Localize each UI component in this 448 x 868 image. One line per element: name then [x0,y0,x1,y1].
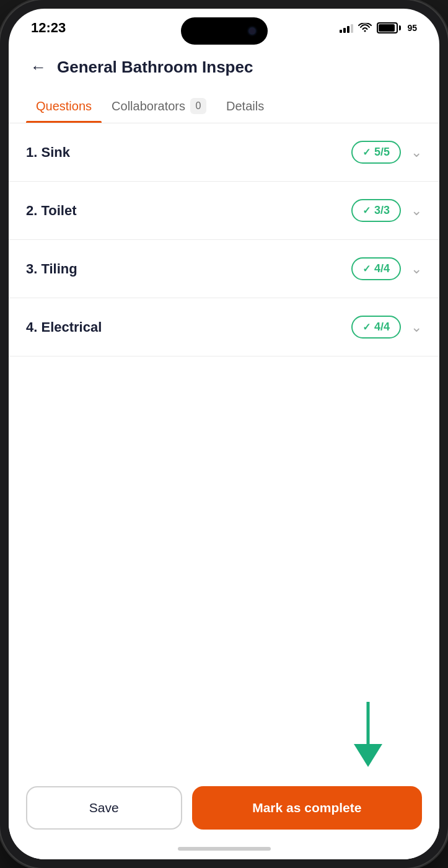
back-arrow-icon: ← [30,58,46,77]
status-time: 12:23 [31,20,66,36]
badge-score-4: 4/4 [374,321,390,334]
list-item[interactable]: 2. Toilet ✓ 3/3 ⌄ [9,182,439,240]
collaborators-badge: 0 [190,98,206,114]
camera-dot [249,28,255,34]
item-badge-3: ✓ 4/4 [351,257,401,280]
badge-score-3: 4/4 [374,262,390,275]
page-title: General Bathroom Inspec [57,58,253,77]
phone-frame: 12:23 [0,0,448,868]
badge-score-1: 5/5 [374,146,390,159]
check-icon-3: ✓ [362,263,371,275]
home-indicator [178,847,271,851]
signal-icon [340,23,353,33]
chevron-down-icon-4[interactable]: ⌄ [411,319,422,335]
status-icons: 95 [340,22,417,33]
item-title-3: 3. Tiling [26,261,351,277]
tabs: Questions Collaborators 0 Details [9,89,439,123]
back-button[interactable]: ← [26,55,51,79]
item-title-4: 4. Electrical [26,319,351,335]
list-item[interactable]: 4. Electrical ✓ 4/4 ⌄ [9,298,439,356]
item-badge-4: ✓ 4/4 [351,316,401,339]
badge-score-2: 3/3 [374,204,390,217]
list-item[interactable]: 3. Tiling ✓ 4/4 ⌄ [9,240,439,298]
chevron-down-icon-1[interactable]: ⌄ [411,144,422,161]
app-content: ← General Bathroom Inspec Questions Coll… [9,42,439,859]
tab-details[interactable]: Details [216,91,274,122]
screen: 12:23 [9,9,439,859]
check-icon-1: ✓ [362,146,371,158]
inspection-list: 1. Sink ✓ 5/5 ⌄ 2. Toilet ✓ 3/3 ⌄ [9,123,439,774]
mark-complete-button[interactable]: Mark as complete [192,786,422,830]
tab-collaborators[interactable]: Collaborators 0 [102,89,216,123]
item-title-2: 2. Toilet [26,203,351,219]
wifi-icon [358,23,372,33]
item-title-1: 1. Sink [26,144,351,161]
dynamic-island [181,17,268,45]
save-button[interactable]: Save [26,786,182,830]
tab-questions[interactable]: Questions [26,91,102,122]
check-icon-2: ✓ [362,205,371,216]
battery-icon [377,22,401,33]
item-badge-1: ✓ 5/5 [351,141,401,164]
check-icon-4: ✓ [362,321,371,333]
header: ← General Bathroom Inspec [9,42,439,89]
item-badge-2: ✓ 3/3 [351,199,401,222]
chevron-down-icon-2[interactable]: ⌄ [411,203,422,219]
list-item[interactable]: 1. Sink ✓ 5/5 ⌄ [9,123,439,182]
chevron-down-icon-3[interactable]: ⌄ [411,261,422,277]
battery-level: 95 [407,23,417,33]
